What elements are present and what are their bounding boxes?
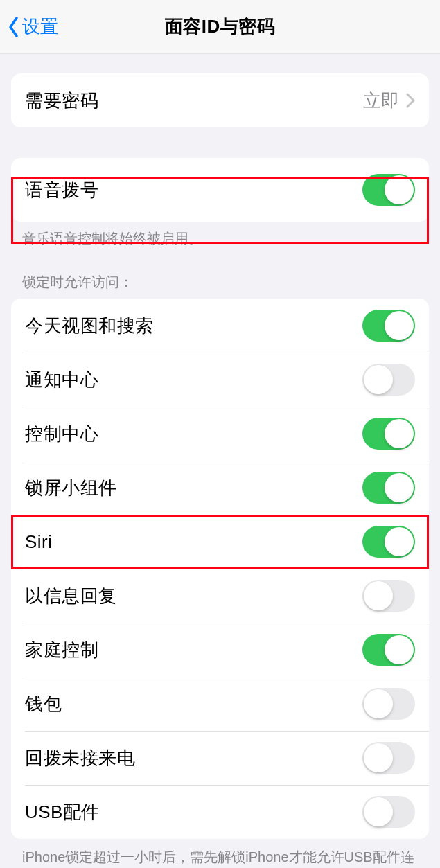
lock-item-toggle[interactable]: [362, 688, 415, 720]
lock-item-row: 今天视图和搜索: [11, 299, 429, 353]
lock-item-label: 以信息回复: [25, 584, 117, 608]
voice-dial-footer: 音乐语音控制将始终被启用。: [0, 222, 440, 248]
lock-item-row: 控制中心: [11, 407, 429, 461]
voice-dial-label: 语音拨号: [25, 178, 98, 202]
lock-item-toggle[interactable]: [362, 526, 415, 558]
lock-item-toggle[interactable]: [362, 418, 415, 450]
lock-access-group: 今天视图和搜索通知中心控制中心锁屏小组件Siri以信息回复家庭控制钱包回拨未接来…: [11, 299, 429, 839]
lock-item-toggle[interactable]: [362, 580, 415, 612]
chevron-left-icon: [7, 15, 21, 39]
lock-item-toggle[interactable]: [362, 310, 415, 342]
require-passcode-label: 需要密码: [25, 89, 98, 113]
lock-item-toggle[interactable]: [362, 634, 415, 666]
back-label: 设置: [22, 15, 58, 39]
lock-item-row: Siri: [11, 515, 429, 569]
require-passcode-value: 立即: [363, 89, 399, 113]
lock-item-label: 回拨未接来电: [25, 746, 135, 770]
require-passcode-group: 需要密码 立即: [11, 73, 429, 127]
chevron-right-icon: [406, 93, 415, 108]
lock-access-header: 锁定时允许访问：: [0, 248, 440, 299]
lock-item-label: 控制中心: [25, 422, 98, 446]
page-title: 面容ID与密码: [165, 15, 276, 39]
lock-item-toggle[interactable]: [362, 742, 415, 774]
lock-item-label: Siri: [25, 531, 53, 553]
lock-item-label: 钱包: [25, 692, 62, 716]
lock-item-label: 家庭控制: [25, 638, 98, 662]
lock-item-toggle[interactable]: [362, 796, 415, 828]
lock-item-toggle[interactable]: [362, 472, 415, 504]
lock-item-label: 通知中心: [25, 368, 98, 392]
voice-dial-row: 语音拨号: [11, 158, 429, 222]
voice-dial-toggle[interactable]: [362, 174, 415, 206]
lock-item-label: 今天视图和搜索: [25, 314, 154, 338]
lock-item-row: 钱包: [11, 677, 429, 731]
lock-item-row: 以信息回复: [11, 569, 429, 623]
voice-dial-group: 语音拨号: [11, 158, 429, 222]
lock-item-toggle[interactable]: [362, 364, 415, 396]
navbar: 设置 面容ID与密码: [0, 0, 440, 54]
back-button[interactable]: 设置: [0, 15, 58, 39]
lock-item-row: 家庭控制: [11, 623, 429, 677]
lock-item-row: 通知中心: [11, 353, 429, 407]
lock-item-label: USB配件: [25, 800, 100, 824]
lock-item-row: 回拨未接来电: [11, 731, 429, 785]
lock-item-label: 锁屏小组件: [25, 476, 117, 500]
lock-item-row: 锁屏小组件: [11, 461, 429, 515]
usb-footer: iPhone锁定超过一小时后，需先解锁iPhone才能允许USB配件连接。: [0, 839, 440, 868]
require-passcode-row[interactable]: 需要密码 立即: [11, 73, 429, 127]
lock-item-row: USB配件: [11, 785, 429, 839]
